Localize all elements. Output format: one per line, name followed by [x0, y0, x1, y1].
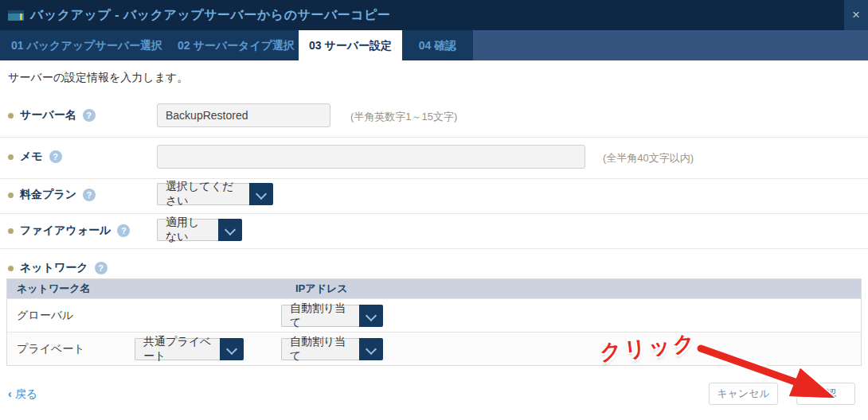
chevron-down-icon: [220, 338, 244, 360]
dialog-title: バックアップ - バックアップサーバーからのサーバーコピー: [30, 7, 391, 24]
back-link-label: 戻る: [15, 387, 37, 400]
chevron-down-icon: [249, 183, 273, 205]
memo-input[interactable]: [157, 145, 585, 169]
firewall-label: ファイアウォール: [20, 224, 111, 238]
dialog-titlebar: バックアップ - バックアップサーバーからのサーバーコピー ×: [0, 0, 868, 30]
close-icon: ×: [852, 7, 860, 23]
network-table-header: ネットワーク名 IPアドレス: [7, 279, 861, 298]
back-link[interactable]: ‹戻る: [8, 387, 37, 402]
ip-address-column-header: IPアドレス: [281, 282, 348, 296]
plan-select-value: 選択してください: [157, 183, 249, 205]
row-divider: [0, 178, 868, 179]
backup-copy-dialog: バックアップ - バックアップサーバーからのサーバーコピー × 01 バックアッ…: [0, 0, 868, 420]
field-row-plan: 料金プラン ?: [8, 184, 96, 206]
row-divider: [0, 248, 868, 249]
help-icon[interactable]: ?: [83, 109, 96, 122]
field-row-firewall: ファイアウォール ?: [8, 220, 130, 242]
memo-hint: (全半角40文字以内): [603, 151, 694, 165]
bullet-icon: [8, 154, 14, 160]
bullet-icon: [8, 192, 14, 198]
private-network-select[interactable]: 共通プライベート: [135, 338, 244, 360]
chevron-down-icon: [359, 305, 383, 327]
network-label: ネットワーク: [20, 261, 88, 275]
server-name-input[interactable]: [157, 103, 330, 127]
private-ip-select[interactable]: 自動割り当て: [281, 338, 383, 360]
tab-01-backup-server-select[interactable]: 01 バックアップサーバー選択: [0, 30, 174, 60]
row-divider: [0, 213, 868, 214]
global-ip-select-value: 自動割り当て: [281, 305, 359, 327]
tab-04-confirm[interactable]: 04 確認: [402, 30, 473, 60]
field-row-memo: メモ ?: [8, 146, 62, 168]
help-icon[interactable]: ?: [49, 150, 62, 163]
row-divider: [0, 137, 868, 138]
network-table: ネットワーク名 IPアドレス グローバル 自動割り当て プライベート 共通プライ…: [6, 278, 862, 366]
global-ip-select[interactable]: 自動割り当て: [281, 305, 383, 327]
chevron-down-icon: [218, 219, 242, 241]
back-chevron-icon: ‹: [8, 387, 12, 400]
network-name-column-header: ネットワーク名: [7, 282, 281, 296]
table-row-global: グローバル 自動割り当て: [7, 298, 861, 332]
private-ip-select-value: 自動割り当て: [281, 338, 359, 360]
bullet-icon: [8, 228, 14, 234]
help-icon[interactable]: ?: [117, 224, 130, 237]
memo-label: メモ: [20, 150, 43, 164]
backup-box-icon: [8, 10, 24, 21]
tab-03-server-settings[interactable]: 03 サーバー設定: [299, 30, 402, 60]
tab-02-server-type-select[interactable]: 02 サーバータイプ選択: [174, 30, 299, 60]
plan-select[interactable]: 選択してください: [157, 183, 273, 205]
private-network-select-value: 共通プライベート: [135, 338, 220, 360]
bullet-icon: [8, 113, 14, 119]
help-icon[interactable]: ?: [95, 262, 108, 274]
confirm-button[interactable]: 確認: [796, 383, 855, 405]
plan-label: 料金プラン: [20, 188, 76, 202]
firewall-select-value: 適用しない: [157, 219, 218, 241]
bullet-icon: [8, 266, 14, 271]
network-name-cell: プライベート: [17, 332, 85, 366]
field-row-network: ネットワーク ?: [8, 257, 108, 279]
wizard-tabbar: 01 バックアップサーバー選択 02 サーバータイプ選択 03 サーバー設定 0…: [0, 30, 868, 60]
close-button[interactable]: ×: [844, 0, 868, 30]
table-row-private: プライベート 共通プライベート 自動割り当て: [7, 332, 861, 365]
server-name-hint: (半角英数字1～15文字): [350, 110, 457, 124]
server-name-label: サーバー名: [20, 108, 76, 122]
chevron-down-icon: [359, 338, 383, 360]
network-name-cell: グローバル: [17, 299, 73, 332]
intro-text: サーバーの設定情報を入力します。: [8, 71, 188, 85]
firewall-select[interactable]: 適用しない: [157, 219, 242, 241]
field-row-server-name: サーバー名 ?: [8, 104, 96, 126]
help-icon[interactable]: ?: [83, 189, 96, 201]
cancel-button[interactable]: キャンセル: [709, 383, 778, 405]
